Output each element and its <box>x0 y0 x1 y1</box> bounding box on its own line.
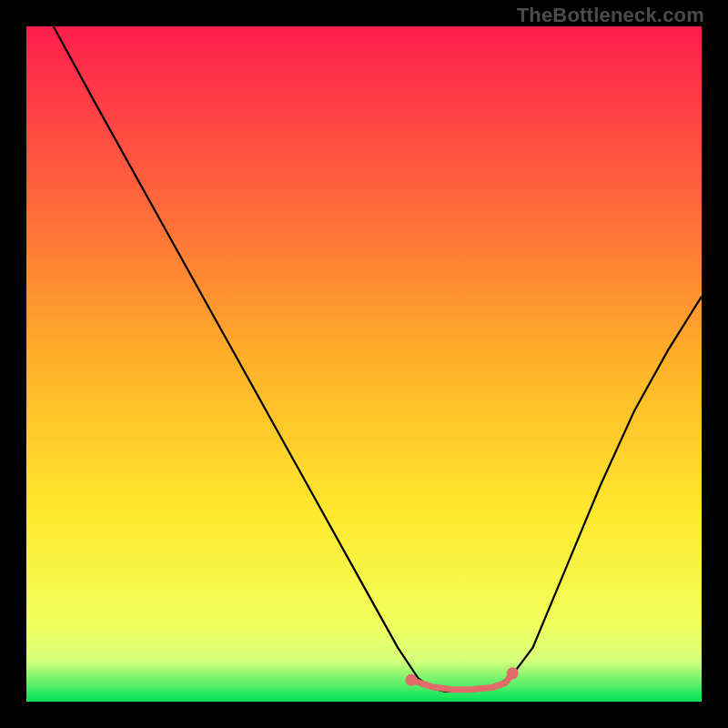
chart-svg <box>26 26 702 702</box>
chart-frame: TheBottleneck.com <box>0 0 728 728</box>
gradient-background <box>26 26 702 702</box>
watermark-text: TheBottleneck.com <box>517 4 704 27</box>
optimal-range-end-dot <box>507 667 519 679</box>
plot-area <box>26 26 702 702</box>
optimal-range-start-dot <box>405 674 417 686</box>
